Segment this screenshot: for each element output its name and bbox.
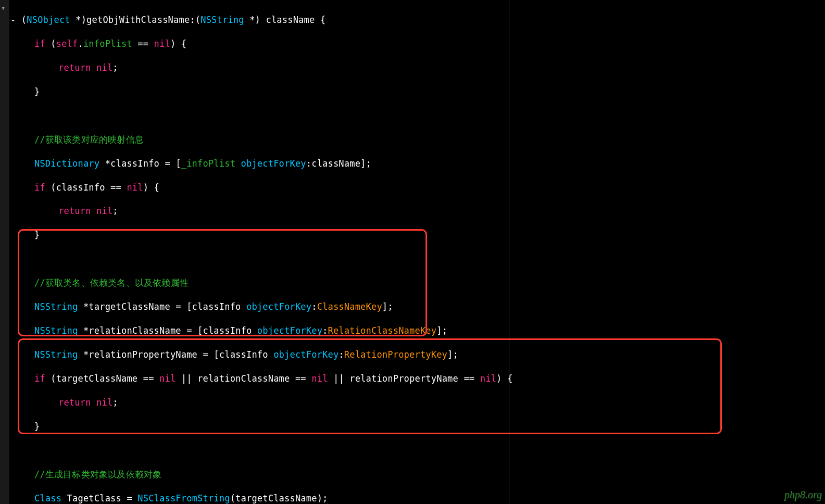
code-line: if (classInfo == nil) { xyxy=(10,182,621,194)
code-comment: //获取该类对应的映射信息 xyxy=(10,134,621,146)
code-line: return nil; xyxy=(10,62,621,74)
code-line: return nil; xyxy=(10,205,621,217)
code-comment: //获取类名、依赖类名、以及依赖属性 xyxy=(10,277,621,289)
code-comment: //生成目标类对象以及依赖对象 xyxy=(10,469,621,481)
code-line: } xyxy=(10,86,621,98)
code-line: } xyxy=(10,229,621,241)
code-line: NSString *targetClassName = [classInfo o… xyxy=(10,301,621,313)
code-line: - (NSObject *)getObjWithClassName:(NSStr… xyxy=(10,14,621,26)
code-line: if (targetClassName == nil || relationCl… xyxy=(10,373,621,385)
code-line: } xyxy=(10,421,621,433)
blank-line xyxy=(10,253,621,265)
code-line: Class TagetClass = NSClassFromString(tar… xyxy=(10,493,621,504)
code-block: - (NSObject *)getObjWithClassName:(NSStr… xyxy=(10,2,621,504)
code-line: NSString *relationPropertyName = [classI… xyxy=(10,349,621,361)
code-line: NSString *relationClassName = [classInfo… xyxy=(10,325,621,337)
fold-indicator-icon[interactable]: ▾ xyxy=(1,3,5,13)
code-line: return nil; xyxy=(10,397,621,409)
code-line: if (self.infoPlist == nil) { xyxy=(10,38,621,50)
watermark-text: php8.org xyxy=(784,488,822,502)
code-line: NSDictionary *classInfo = [_infoPlist ob… xyxy=(10,158,621,170)
editor-gutter: ▾ xyxy=(0,0,9,504)
blank-line xyxy=(10,445,621,457)
blank-line xyxy=(10,110,621,122)
